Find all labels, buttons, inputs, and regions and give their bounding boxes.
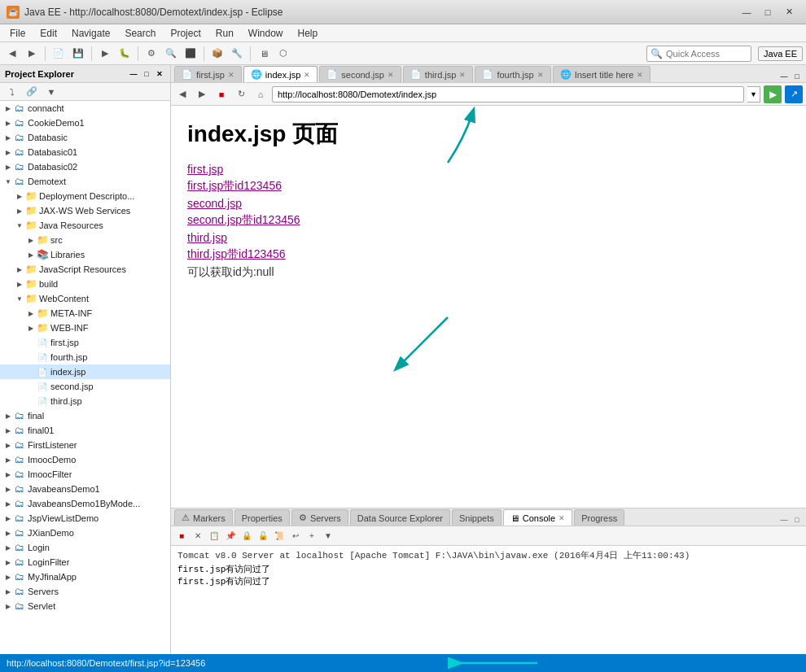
go-button[interactable]: ▶ [764,85,782,103]
tab-close-btn[interactable]: ✕ [537,71,544,79]
menu-file[interactable]: File [3,26,32,41]
tab-close-btn[interactable]: ✕ [228,71,234,79]
toolbar-btn6[interactable]: ⬛ [182,45,199,63]
close-button[interactable]: ✕ [778,4,799,20]
console-btn6[interactable]: 🔓 [256,529,270,543]
tree-item-imoocfilter[interactable]: ▶ 🗂 ImoocFilter [0,467,170,482]
tree-item-connacht[interactable]: ▶ 🗂 connacht [0,101,170,116]
link-second-jsp-id[interactable]: second.jsp带id123456 [187,213,790,228]
tab-properties[interactable]: Properties [234,509,290,526]
toolbar-btn10[interactable]: ⬡ [274,45,292,63]
tree-item-js-resources[interactable]: ▶ 📁 JavaScript Resources [0,262,170,277]
tab-servers[interactable]: ⚙ Servers [291,509,348,526]
tree-item-javabeansdemo1bymode[interactable]: ▶ 🗂 JavabeansDemo1ByMode... [0,496,170,511]
pe-minimize-btn[interactable]: — [128,68,139,80]
menu-project[interactable]: Project [164,26,207,41]
url-dropdown-btn[interactable]: ▼ [747,86,760,103]
tab-close-btn[interactable]: ✕ [304,71,310,79]
tab-close-btn[interactable]: ✕ [637,71,643,79]
nav-forward-btn[interactable]: ▶ [194,86,210,103]
tab-console[interactable]: 🖥 Console ✕ [503,509,572,526]
menu-run[interactable]: Run [209,26,240,41]
toolbar-btn7[interactable]: 📦 [208,45,226,63]
editor-minimize-btn[interactable]: — [778,71,790,82]
tab-insert-title[interactable]: 🌐 Insert title here ✕ [553,66,651,82]
link-second-jsp[interactable]: second.jsp [187,197,790,210]
tab-fourth-jsp[interactable]: 📄 fourth.jsp ✕ [475,66,550,82]
link-first-jsp-id[interactable]: first.jsp带id123456 [187,179,790,194]
console-btn5[interactable]: 🔒 [239,529,254,543]
nav-home-btn[interactable]: ⌂ [252,86,269,103]
menu-navigate[interactable]: Navigate [65,26,116,41]
console-word-wrap-btn[interactable]: ↩ [288,529,303,543]
tree-item-final01[interactable]: ▶ 🗂 final01 [0,423,170,438]
toolbar-btn4[interactable]: ⚙ [142,45,160,63]
menu-window[interactable]: Window [242,26,290,41]
tree-item-jxiandemo[interactable]: ▶ 🗂 JXianDemo [0,526,170,540]
pe-settings-btn[interactable]: ▼ [42,83,60,101]
tree-item-firstlistener[interactable]: ▶ 🗂 FirstListener [0,438,170,452]
tree-item-javabeansdemo1[interactable]: ▶ 🗂 JavabeansDemo1 [0,482,170,496]
console-btn4[interactable]: 📌 [223,529,238,543]
tree-item-webcontent[interactable]: ▼ 📁 WebContent [0,291,170,306]
tree-item-databasic[interactable]: ▶ 🗂 Databasic [0,130,170,145]
menu-help[interactable]: Help [291,26,325,41]
pe-link-btn[interactable]: 🔗 [23,83,41,101]
tree-item-index-jsp[interactable]: ▶ 📄 index.jsp [0,364,170,379]
tab-close-btn[interactable]: ✕ [388,71,394,79]
tab-markers[interactable]: ⚠ Markers [174,509,233,526]
tree-item-first-jsp[interactable]: ▶ 📄 first.jsp [0,335,170,350]
pe-collapse-btn[interactable]: ⤵ [3,83,21,101]
toolbar-forward-btn[interactable]: ▶ [23,45,41,63]
toolbar-back-btn[interactable]: ◀ [3,45,21,63]
tab-second-jsp[interactable]: 📄 second.jsp ✕ [319,66,401,82]
console-new-console-btn[interactable]: + [304,529,319,543]
toolbar-run-btn[interactable]: ▶ [96,45,114,63]
console-tab-close[interactable]: ✕ [559,514,565,522]
tree-item-myjfinalapp[interactable]: ▶ 🗂 MyJfinalApp [0,569,170,584]
tree-item-demotext[interactable]: ▼ 🗂 Demotext [0,174,170,189]
tab-close-btn[interactable]: ✕ [459,71,466,79]
tree-item-imoocdemo[interactable]: ▶ 🗂 ImoocDemo [0,452,170,467]
tree-item-fourth-jsp[interactable]: ▶ 📄 fourth.jsp [0,350,170,364]
toolbar-btn9[interactable]: 🖥 [255,45,273,63]
toolbar-btn5[interactable]: 🔍 [162,45,180,63]
bottom-maximize-btn[interactable]: □ [791,514,803,526]
console-btn3[interactable]: 📋 [207,529,221,543]
tree-item-cookiedemo1[interactable]: ▶ 🗂 CookieDemo1 [0,116,170,130]
quick-access-input[interactable] [666,49,747,59]
url-input[interactable] [272,86,744,103]
tab-datasource[interactable]: Data Source Explorer [350,509,450,526]
tree-item-meta-inf[interactable]: ▶ 📁 META-INF [0,306,170,321]
link-first-jsp[interactable]: first.jsp [187,163,790,176]
tree-item-src[interactable]: ▶ 📁 src [0,233,170,247]
open-external-btn[interactable]: ↗ [785,85,803,103]
link-third-jsp-id[interactable]: third.jsp带id123456 [187,247,790,262]
tree-item-loginfilter[interactable]: ▶ 🗂 LoginFilter [0,555,170,569]
console-clear-btn[interactable]: ✕ [191,529,205,543]
menu-search[interactable]: Search [118,26,162,41]
pe-close-btn[interactable]: ✕ [154,68,165,80]
tree-item-servlet[interactable]: ▶ 🗂 Servlet [0,599,170,613]
tab-snippets[interactable]: Snippets [452,509,502,526]
console-dropdown-btn[interactable]: ▼ [321,529,335,543]
nav-back-btn[interactable]: ◀ [174,86,191,103]
menu-edit[interactable]: Edit [33,26,64,41]
tree-item-libraries[interactable]: ▶ 📚 Libraries [0,247,170,262]
tree-item-second-jsp[interactable]: ▶ 📄 second.jsp [0,379,170,394]
minimize-button[interactable]: — [736,4,757,20]
tree-item-build[interactable]: ▶ 📁 build [0,277,170,291]
tree-item-servers[interactable]: ▶ 🗂 Servers [0,584,170,599]
bottom-minimize-btn[interactable]: — [778,514,790,526]
pe-maximize-btn[interactable]: □ [141,68,152,80]
tree-item-web-inf[interactable]: ▶ 📁 WEB-INF [0,321,170,335]
tree-item-login[interactable]: ▶ 🗂 Login [0,540,170,555]
nav-stop-btn[interactable]: ■ [213,86,230,103]
tree-item-deployment[interactable]: ▶ 📁 Deployment Descripto... [0,189,170,203]
quick-access-box[interactable]: 🔍 [646,46,751,62]
tab-first-jsp[interactable]: 📄 first.jsp ✕ [174,66,242,82]
tree-item-databasic02[interactable]: ▶ 🗂 Databasic02 [0,159,170,174]
nav-reload-btn[interactable]: ↻ [233,86,249,103]
link-third-jsp[interactable]: third.jsp [187,231,790,244]
console-scroll-lock-btn[interactable]: 📜 [272,529,287,543]
